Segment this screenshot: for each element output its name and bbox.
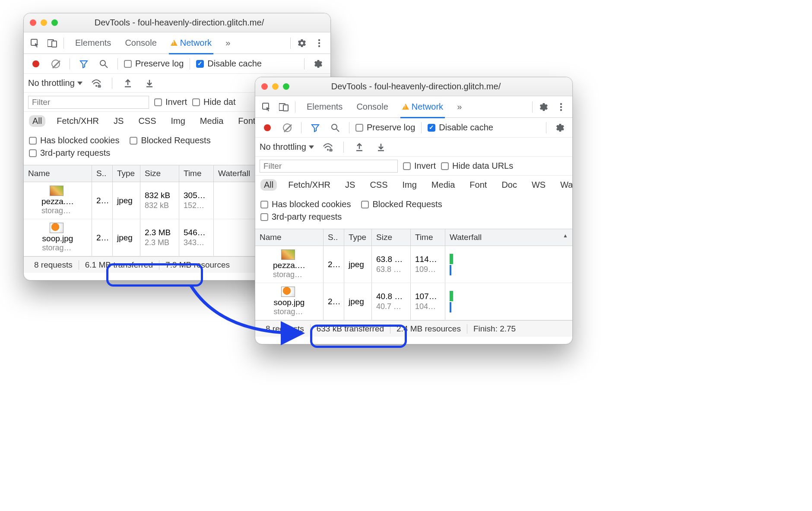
col-size[interactable]: Size <box>140 165 179 182</box>
search-icon[interactable] <box>96 56 111 72</box>
download-har-icon[interactable] <box>142 76 157 91</box>
col-type[interactable]: Type <box>344 229 372 246</box>
filter-input[interactable] <box>260 160 398 173</box>
device-toggle-icon[interactable] <box>44 35 60 51</box>
col-status[interactable]: S.. <box>92 165 113 182</box>
col-name[interactable]: Name <box>24 165 92 182</box>
pill-img[interactable]: Img <box>399 179 420 191</box>
close-button[interactable] <box>30 19 36 26</box>
col-time[interactable]: Time <box>179 165 214 182</box>
request-name: soop.jpg <box>42 234 73 243</box>
throttling-select[interactable]: No throttling <box>260 142 314 152</box>
filter-icon[interactable] <box>76 56 92 72</box>
network-settings-icon[interactable] <box>311 56 326 72</box>
minimize-button[interactable] <box>41 19 47 26</box>
tabs-overflow[interactable]: » <box>455 97 463 117</box>
clear-button[interactable] <box>279 120 295 136</box>
time-value2: 109… <box>415 265 441 274</box>
hide-data-urls-checkbox[interactable]: Hide data URLs <box>441 161 513 171</box>
maximize-button[interactable] <box>51 19 58 26</box>
pill-css[interactable]: CSS <box>135 115 159 127</box>
maximize-button[interactable] <box>283 83 289 90</box>
titlebar: DevTools - foul-heavenly-direction.glitc… <box>24 13 330 32</box>
divider <box>532 101 533 113</box>
divider <box>70 58 70 69</box>
pill-wasm[interactable]: Wasm <box>557 179 572 191</box>
settings-icon[interactable] <box>294 35 310 51</box>
tab-elements[interactable]: Elements <box>305 97 344 117</box>
hide-data-urls-checkbox[interactable]: Hide dat <box>192 97 236 107</box>
download-har-icon[interactable] <box>373 139 389 155</box>
col-size[interactable]: Size <box>372 229 411 246</box>
throttling-select[interactable]: No throttling <box>28 78 82 88</box>
pill-js[interactable]: JS <box>110 115 127 127</box>
time-value2: 343… <box>184 238 209 247</box>
pill-media[interactable]: Media <box>428 179 458 191</box>
pill-doc[interactable]: Doc <box>498 179 520 191</box>
request-thumbnail <box>281 249 295 260</box>
inspect-icon[interactable] <box>27 35 43 51</box>
tab-console[interactable]: Console <box>123 33 158 53</box>
invert-label: Invert <box>165 97 187 107</box>
disable-cache-checkbox[interactable]: Disable cache <box>428 123 493 132</box>
pill-ws[interactable]: WS <box>528 179 549 191</box>
record-button[interactable] <box>28 56 44 72</box>
device-toggle-icon[interactable] <box>276 99 292 115</box>
divider <box>63 38 64 49</box>
upload-har-icon[interactable] <box>352 139 367 155</box>
tab-network[interactable]: Network <box>169 33 213 54</box>
pill-js[interactable]: JS <box>342 179 358 191</box>
col-status[interactable]: S.. <box>324 229 344 246</box>
blocked-cookies-checkbox[interactable]: Has blocked cookies <box>260 199 351 209</box>
request-domain: storag… <box>42 243 73 252</box>
network-conditions-icon[interactable] <box>320 139 336 155</box>
col-time[interactable]: Time <box>411 229 445 246</box>
blocked-requests-checkbox[interactable]: Blocked Requests <box>361 199 442 209</box>
preserve-log-checkbox[interactable]: Preserve log <box>355 123 415 132</box>
tab-elements[interactable]: Elements <box>73 33 113 53</box>
kebab-menu-icon[interactable] <box>553 99 569 115</box>
settings-icon[interactable] <box>536 99 552 115</box>
record-button[interactable] <box>260 120 275 136</box>
pill-all[interactable]: All <box>29 115 45 127</box>
col-name[interactable]: Name <box>255 229 324 246</box>
blocked-requests-checkbox[interactable]: Blocked Requests <box>130 136 210 145</box>
pill-img[interactable]: Img <box>168 115 189 127</box>
network-settings-icon[interactable] <box>552 120 568 136</box>
minimize-button[interactable] <box>272 83 279 90</box>
third-party-checkbox[interactable]: 3rd-party requests <box>29 148 110 158</box>
inspect-icon[interactable] <box>259 99 274 115</box>
invert-checkbox[interactable]: Invert <box>403 161 436 171</box>
tab-console[interactable]: Console <box>355 97 390 117</box>
svg-point-16 <box>560 106 562 107</box>
network-conditions-icon[interactable] <box>89 76 104 91</box>
pill-font[interactable]: Font <box>466 179 490 191</box>
clear-button[interactable] <box>48 56 63 72</box>
third-party-checkbox[interactable]: 3rd-party requests <box>260 212 342 222</box>
pill-media[interactable]: Media <box>197 115 227 127</box>
col-waterfall[interactable]: Waterfall▲ <box>445 229 572 246</box>
pill-fetch[interactable]: Fetch/XHR <box>53 115 102 127</box>
tab-network[interactable]: Network <box>400 97 445 118</box>
search-icon[interactable] <box>327 120 343 136</box>
third-party-label: 3rd-party requests <box>272 212 342 222</box>
request-thumbnail <box>50 223 63 233</box>
request-thumbnail <box>50 186 63 196</box>
blocked-cookies-checkbox[interactable]: Has blocked cookies <box>29 136 119 145</box>
filter-icon[interactable] <box>308 120 323 136</box>
svg-point-20 <box>327 149 329 151</box>
resources-size: 2.4 MB resources <box>390 324 467 334</box>
kebab-menu-icon[interactable] <box>311 35 327 51</box>
col-type[interactable]: Type <box>113 165 140 182</box>
pill-all[interactable]: All <box>260 179 277 191</box>
upload-har-icon[interactable] <box>120 76 136 91</box>
pill-css[interactable]: CSS <box>366 179 391 191</box>
hide-label: Hide dat <box>203 97 236 107</box>
preserve-log-checkbox[interactable]: Preserve log <box>124 59 184 69</box>
disable-cache-checkbox[interactable]: Disable cache <box>196 59 262 69</box>
filter-input[interactable] <box>28 96 149 109</box>
close-button[interactable] <box>261 83 268 90</box>
pill-fetch[interactable]: Fetch/XHR <box>285 179 334 191</box>
tabs-overflow[interactable]: » <box>224 33 232 53</box>
invert-checkbox[interactable]: Invert <box>154 97 187 107</box>
